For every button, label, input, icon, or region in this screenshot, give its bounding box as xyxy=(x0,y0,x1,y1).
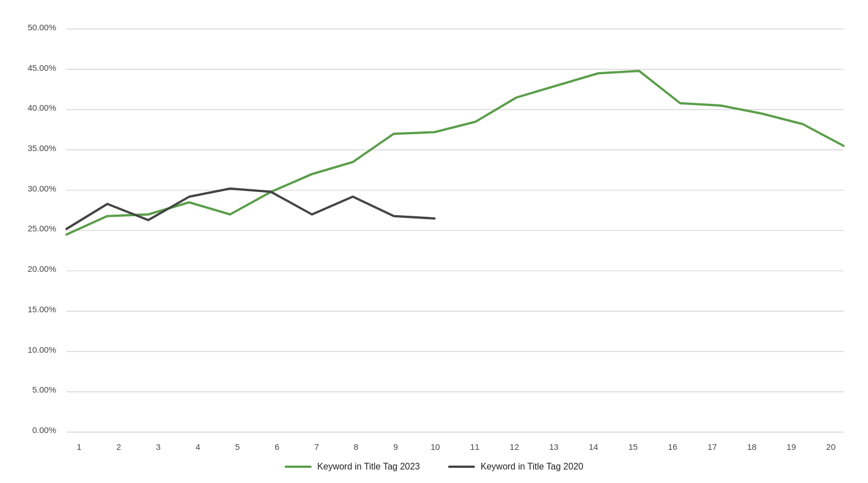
x-axis-label: 17 xyxy=(694,442,731,452)
x-axis-label: 1 xyxy=(61,442,98,452)
y-axis-label: 50.00% xyxy=(28,22,56,32)
x-axis-label: 14 xyxy=(575,442,612,452)
x-axis-label: 13 xyxy=(536,442,573,452)
y-axis-label: 0.00% xyxy=(32,425,56,435)
legend-item: Keyword in Title Tag 2023 xyxy=(285,462,420,472)
legend-line xyxy=(285,466,312,468)
x-axis-label: 20 xyxy=(812,442,849,452)
x-axis-label: 15 xyxy=(615,442,652,452)
chart-container: 50.00%45.00%40.00%35.00%30.00%25.00%20.0… xyxy=(19,11,849,472)
y-axis-label: 10.00% xyxy=(28,345,56,354)
legend-label: Keyword in Title Tag 2023 xyxy=(317,462,420,472)
x-axis-label: 8 xyxy=(337,442,374,452)
x-axis-label: 12 xyxy=(496,442,533,452)
x-axis-label: 7 xyxy=(298,442,335,452)
y-axis: 50.00%45.00%40.00%35.00%30.00%25.00%20.0… xyxy=(19,22,61,452)
chart-area: 50.00%45.00%40.00%35.00%30.00%25.00%20.0… xyxy=(19,22,849,452)
x-axis-label: 19 xyxy=(773,442,810,452)
legend-item: Keyword in Title Tag 2020 xyxy=(448,462,583,472)
x-axis-label: 11 xyxy=(456,442,494,452)
x-axis-label: 4 xyxy=(179,442,216,452)
y-axis-label: 35.00% xyxy=(28,143,56,153)
y-axis-label: 20.00% xyxy=(28,264,56,274)
chart-plot-area: 1234567891011121314151617181920 xyxy=(61,22,849,452)
x-axis-label: 2 xyxy=(100,442,137,452)
y-axis-label: 30.00% xyxy=(28,184,56,193)
y-axis-label: 15.00% xyxy=(28,304,56,314)
x-axis: 1234567891011121314151617181920 xyxy=(61,439,849,452)
x-axis-label: 3 xyxy=(140,442,177,452)
legend-label: Keyword in Title Tag 2020 xyxy=(481,462,583,472)
svg-wrapper xyxy=(61,22,849,439)
x-axis-label: 16 xyxy=(654,442,691,452)
x-axis-label: 6 xyxy=(258,442,295,452)
x-axis-label: 5 xyxy=(219,442,256,452)
legend: Keyword in Title Tag 2023Keyword in Titl… xyxy=(285,462,583,472)
y-axis-label: 45.00% xyxy=(28,63,56,72)
x-axis-label: 9 xyxy=(377,442,414,452)
y-axis-label: 5.00% xyxy=(32,385,56,394)
y-axis-label: 40.00% xyxy=(28,103,56,112)
x-axis-label: 10 xyxy=(417,442,454,452)
y-axis-label: 25.00% xyxy=(28,224,56,233)
x-axis-label: 18 xyxy=(733,442,770,452)
legend-line xyxy=(448,466,475,468)
